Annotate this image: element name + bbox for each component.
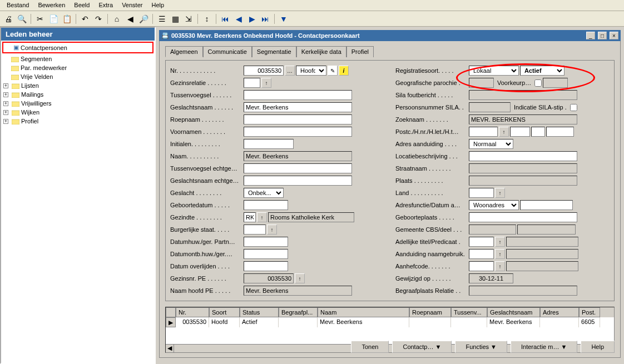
voorkeur-check[interactable]	[534, 79, 542, 87]
col-marker[interactable]	[166, 307, 176, 317]
registratie-select[interactable]: Lokaal	[469, 66, 519, 76]
last-icon[interactable]: ⏭	[259, 13, 271, 25]
geslacht-select[interactable]: Onbek...	[244, 188, 284, 198]
gezinsnr-lookup[interactable]: ↑	[295, 273, 305, 283]
btn-contactp[interactable]: Contactp… ▼	[392, 341, 452, 353]
col-nr[interactable]: Nr.	[176, 307, 209, 317]
paste-icon[interactable]: 📋	[61, 13, 73, 25]
list-icon[interactable]: ☰	[156, 13, 168, 25]
menu-bestand[interactable]: Bestand	[2, 0, 33, 11]
col-roep[interactable]: Roepnaam	[409, 307, 451, 317]
tve-field[interactable]	[244, 163, 352, 173]
minimize-button[interactable]: _	[586, 32, 595, 39]
preview-icon[interactable]: 🔍	[16, 13, 28, 25]
actief-select[interactable]: Actief	[520, 66, 564, 76]
tree-item-par[interactable]: Par. medewerker	[1, 63, 155, 72]
tab-algemeen[interactable]: Algemeen	[165, 46, 203, 57]
aanduiding-field[interactable]	[469, 249, 494, 259]
aanhef-lookup[interactable]: ↑	[495, 261, 505, 271]
tussenvoegsel-field[interactable]	[244, 90, 352, 100]
close-button[interactable]: ×	[610, 32, 618, 39]
copy-icon[interactable]: 📄	[47, 13, 60, 25]
postc-field[interactable]	[469, 127, 498, 137]
tree-item-lijsten[interactable]: + Lijsten	[1, 81, 155, 90]
geboorteplaats-field[interactable]	[469, 212, 577, 222]
hoofd-select[interactable]: Hoofd	[296, 66, 326, 76]
menu-venster[interactable]: Venster	[117, 0, 147, 11]
col-begraaf[interactable]: Begraafpl...	[279, 307, 318, 317]
aanduiding-lookup[interactable]: ↑	[495, 249, 505, 259]
tree-item-mailings[interactable]: + Mailings	[1, 90, 155, 99]
col-post[interactable]: Post.	[579, 307, 600, 317]
locatie-field[interactable]	[469, 151, 577, 161]
initialen-field[interactable]	[244, 139, 294, 149]
btn-help[interactable]: Help	[581, 341, 615, 353]
grid-icon[interactable]: ▦	[169, 13, 181, 25]
burgerlijke-lookup[interactable]: ↑	[267, 225, 277, 235]
dropdown-icon[interactable]: ▼	[278, 13, 290, 25]
cut-icon[interactable]: ✂	[34, 13, 46, 25]
indicatie-check[interactable]	[570, 104, 577, 111]
prev-icon[interactable]: ◀	[232, 13, 245, 25]
geslachtsnaam-field[interactable]	[244, 102, 352, 112]
datumontb-field[interactable]	[244, 249, 288, 259]
land-lookup[interactable]: ↑	[495, 188, 505, 198]
hlet-field[interactable]	[531, 127, 545, 137]
menu-extra[interactable]: Extra	[94, 0, 117, 11]
ht-field[interactable]	[546, 127, 574, 137]
nr-lookup[interactable]: …	[285, 66, 295, 76]
gezindte-lookup[interactable]: ↑	[257, 212, 267, 222]
tree-item-wijken[interactable]: + Wijken	[1, 108, 155, 117]
edit-icon[interactable]: ✎	[328, 66, 338, 76]
voornamen-field[interactable]	[244, 127, 352, 137]
burgerlijke-field[interactable]	[244, 225, 266, 235]
gezinsrelatie-lookup[interactable]: ↑	[261, 78, 271, 88]
gezindte-code[interactable]	[244, 212, 256, 222]
table-row[interactable]: ▶ 0035530 Hoofd Actief Mevr. Beerkens Me…	[166, 317, 614, 327]
col-soort[interactable]: Soort	[209, 307, 240, 317]
gezinsrelatie-field[interactable]	[244, 78, 260, 88]
tab-segmentatie[interactable]: Segmentatie	[252, 46, 296, 57]
tree-item-vrije[interactable]: Vrije Velden	[1, 72, 155, 81]
overlijden-field[interactable]	[244, 261, 288, 271]
tab-profiel[interactable]: Profiel	[346, 46, 374, 57]
col-naam[interactable]: Naam	[318, 307, 409, 317]
col-tussen[interactable]: Tussenv...	[451, 307, 487, 317]
adresdatum-field[interactable]	[520, 200, 573, 210]
btn-interactie[interactable]: Interactie m… ▼	[511, 341, 577, 353]
col-status[interactable]: Status	[240, 307, 279, 317]
hnr-field[interactable]	[510, 127, 530, 137]
adellijke-field[interactable]	[469, 237, 494, 247]
home-icon[interactable]: ⌂	[111, 13, 123, 25]
tree-item-segmenten[interactable]: Segmenten	[1, 54, 155, 63]
first-icon[interactable]: ⏮	[219, 13, 231, 25]
tree-item-contactpersonen[interactable]: ▣Contactpersonen	[2, 42, 153, 53]
btn-functies[interactable]: Functies ▼	[455, 341, 507, 353]
tab-kerkelijke[interactable]: Kerkelijke data	[296, 46, 346, 57]
col-adres[interactable]: Adres	[540, 307, 579, 317]
print-icon[interactable]: 🖨	[2, 13, 14, 25]
undo-icon[interactable]: ↶	[79, 13, 91, 25]
redo-icon[interactable]: ↷	[92, 13, 105, 25]
postc-lookup[interactable]: ↑	[499, 127, 509, 137]
next-icon[interactable]: ▶	[246, 13, 258, 25]
find-icon[interactable]: 🔎	[137, 13, 150, 25]
col-gesl[interactable]: Geslachtsnaam	[487, 307, 540, 317]
adresfunctie-select[interactable]: Woonadres	[469, 200, 519, 210]
tree-item-vrijwilligers[interactable]: + Vrijwilligers	[1, 99, 155, 108]
nr-field[interactable]	[244, 66, 284, 76]
aanhef-field[interactable]	[469, 261, 494, 271]
adres-select[interactable]: Normaal	[469, 139, 513, 149]
gne-field[interactable]	[244, 176, 352, 186]
menu-bewerken[interactable]: Bewerken	[33, 0, 70, 11]
menu-help[interactable]: Help	[147, 0, 169, 11]
geboorte-field[interactable]	[244, 200, 288, 210]
tab-communicatie[interactable]: Communicatie	[203, 46, 252, 57]
roepnaam-field[interactable]	[244, 114, 352, 124]
info-icon[interactable]: i	[339, 66, 349, 76]
sort-icon[interactable]: ↕	[201, 13, 213, 25]
datumhuw-field[interactable]	[244, 237, 288, 247]
land-field[interactable]	[469, 188, 494, 198]
expand-icon[interactable]: ⇲	[182, 13, 195, 25]
tree-item-profiel[interactable]: + Profiel	[1, 117, 155, 126]
